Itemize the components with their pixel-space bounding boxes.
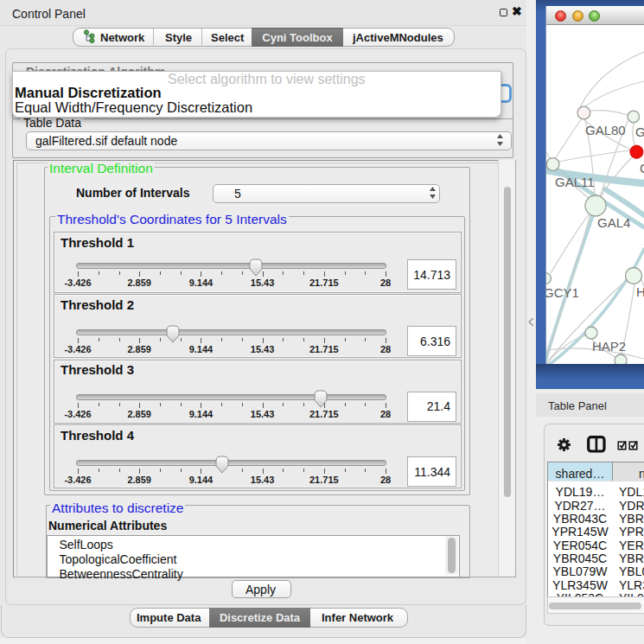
svg-text:GAL80: GAL80 xyxy=(585,123,626,137)
svg-text:GCY1: GCY1 xyxy=(546,285,579,300)
svg-text:GAL4: GAL4 xyxy=(597,215,630,230)
svg-text:GA: GA xyxy=(635,124,644,139)
svg-text:HAP2: HAP2 xyxy=(592,339,626,354)
svg-text:H: H xyxy=(636,284,644,299)
svg-text:C: C xyxy=(640,161,644,175)
svg-text:GAL11: GAL11 xyxy=(555,175,595,189)
